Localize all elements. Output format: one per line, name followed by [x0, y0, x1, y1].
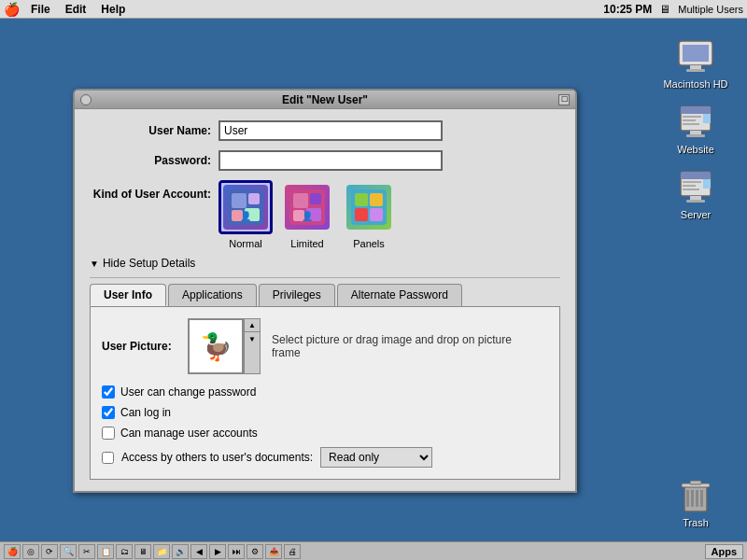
tb-icon-8[interactable]: 🖥 — [134, 544, 151, 559]
taskbar-icons: 🍎 ◎ ⟳ 🔍 ✂ 📋 🗂 🖥 📁 🔊 ◀ ▶ ⏭ ⚙ 📤 🖨 — [4, 544, 301, 559]
website-label: Website — [677, 144, 714, 155]
account-type-row: Kind of User Account: 👤 — [90, 180, 560, 249]
username-label: User Name: — [90, 124, 211, 137]
account-type-panels[interactable]: Panels — [342, 180, 396, 249]
manage-accounts-label: Can manage user accounts — [120, 427, 258, 440]
svg-rect-16 — [683, 185, 696, 187]
hide-setup-label: Hide Setup Details — [103, 257, 195, 270]
svg-rect-43 — [355, 208, 368, 221]
password-label: Password: — [90, 154, 211, 167]
picture-frame-group: 🦆 ▲ ▼ — [188, 318, 261, 374]
account-types-group: 👤 Normal — [218, 180, 396, 249]
checkbox-can-log-in: Can log in — [102, 406, 548, 419]
access-row: Access by others to user's documents: Re… — [102, 447, 548, 468]
tab-applications[interactable]: Applications — [168, 284, 257, 306]
tab-alternate-password[interactable]: Alternate Password — [337, 284, 462, 306]
taskbar: 🍎 ◎ ⟳ 🔍 ✂ 📋 🗂 🖥 📁 🔊 ◀ ▶ ⏭ ⚙ 📤 🖨 Apps — [0, 541, 747, 560]
svg-rect-41 — [355, 193, 368, 206]
picture-down-button[interactable]: ▼ — [245, 332, 260, 345]
svg-rect-24 — [696, 490, 698, 507]
menu-help[interactable]: Help — [101, 3, 125, 16]
macintosh-hd-label: Macintosh HD — [663, 78, 727, 90]
panels-label: Panels — [353, 238, 385, 249]
user-picture-label: User Picture: — [102, 340, 176, 353]
user-picture-frame[interactable]: 🦆 — [188, 318, 244, 374]
svg-rect-3 — [686, 69, 705, 72]
svg-rect-8 — [683, 123, 699, 125]
password-input[interactable] — [218, 150, 443, 171]
normal-label: Normal — [229, 238, 261, 249]
svg-rect-9 — [703, 114, 711, 123]
kind-label: Kind of User Account: — [90, 180, 211, 201]
menu-edit[interactable]: Edit — [65, 3, 87, 16]
svg-text:👤: 👤 — [302, 210, 314, 222]
tb-icon-16[interactable]: 🖨 — [284, 544, 301, 559]
desktop-icon-trash[interactable]: Trash — [663, 476, 728, 528]
hide-setup-toggle[interactable]: ▼ Hide Setup Details — [90, 257, 560, 270]
can-log-in-checkbox[interactable] — [102, 406, 115, 419]
duck-icon: 🦆 — [200, 331, 233, 362]
svg-rect-44 — [370, 208, 383, 221]
checkbox-change-password: User can change password — [102, 385, 548, 399]
tb-icon-3[interactable]: ⟳ — [41, 544, 58, 559]
username-input[interactable] — [218, 120, 443, 141]
triangle-icon: ▼ — [90, 259, 99, 269]
tb-icon-5[interactable]: ✂ — [78, 544, 95, 559]
change-password-label: User can change password — [120, 385, 256, 399]
svg-rect-17 — [683, 189, 699, 190]
apple-menu[interactable]: 🍎 — [4, 2, 20, 17]
svg-rect-6 — [683, 116, 701, 118]
tb-icon-13[interactable]: ⏭ — [228, 544, 245, 559]
tb-icon-15[interactable]: 📤 — [265, 544, 282, 559]
tb-icon-9[interactable]: 📁 — [153, 544, 170, 559]
svg-rect-12 — [686, 134, 705, 137]
account-type-normal[interactable]: 👤 Normal — [218, 180, 273, 249]
edit-user-window: Edit "New User" ☐ User Name: Password: K… — [73, 89, 577, 493]
change-password-checkbox[interactable] — [102, 385, 115, 399]
picture-up-button[interactable]: ▲ — [245, 319, 260, 332]
window-zoom-button[interactable]: ☐ — [558, 94, 570, 105]
tab-privileges[interactable]: Privileges — [259, 284, 335, 306]
tb-icon-14[interactable]: ⚙ — [247, 544, 263, 559]
tb-icon-7[interactable]: 🗂 — [116, 544, 133, 559]
app-name-label: Multiple Users — [678, 4, 743, 15]
limited-icon-frame: 👤 — [280, 180, 334, 234]
desktop-icon-macintosh-hd[interactable]: Macintosh HD — [663, 37, 728, 90]
tab-user-info[interactable]: User Info — [90, 284, 166, 306]
access-checkbox[interactable] — [102, 452, 114, 464]
tb-icon-10[interactable]: 🔊 — [172, 544, 189, 559]
tb-icon-12[interactable]: ▶ — [209, 544, 226, 559]
svg-rect-2 — [690, 65, 701, 69]
picture-arrows: ▲ ▼ — [244, 318, 261, 374]
tb-icon-2[interactable]: ◎ — [22, 544, 39, 559]
window-close-button[interactable] — [80, 94, 92, 105]
tb-icon-1[interactable]: 🍎 — [4, 544, 21, 559]
user-picture-row: User Picture: 🦆 ▲ ▼ Select picture or dr… — [102, 318, 548, 374]
desktop-icon-server[interactable]: Server — [663, 168, 728, 220]
window-title: Edit "New User" — [282, 93, 368, 106]
svg-rect-18 — [703, 179, 711, 189]
svg-rect-7 — [683, 119, 696, 121]
tb-icon-6[interactable]: 📋 — [97, 544, 114, 559]
clock: 10:25 PM — [603, 3, 652, 16]
tb-icon-4[interactable]: 🔍 — [60, 544, 77, 559]
svg-rect-25 — [700, 490, 703, 507]
svg-rect-15 — [683, 181, 701, 183]
access-dropdown[interactable]: Read only Read & Write No Access — [320, 447, 432, 468]
server-label: Server — [681, 209, 711, 220]
menu-file[interactable]: File — [31, 3, 50, 16]
picture-instruction: Select picture or drag image and drop on… — [272, 333, 514, 359]
window-titlebar: Edit "New User" ☐ — [75, 91, 575, 109]
username-row: User Name: — [90, 120, 560, 141]
tb-icon-11[interactable]: ◀ — [190, 544, 207, 559]
account-type-limited[interactable]: 👤 Limited — [280, 180, 334, 249]
svg-rect-35 — [293, 193, 308, 208]
taskbar-apps-button[interactable]: Apps — [705, 544, 744, 559]
desktop-icon-website[interactable]: Website — [663, 103, 728, 155]
manage-accounts-checkbox[interactable] — [102, 427, 115, 440]
divider — [90, 277, 560, 278]
svg-rect-11 — [690, 131, 701, 134]
normal-icon-frame: 👤 — [218, 180, 273, 234]
svg-rect-14 — [681, 172, 711, 179]
svg-rect-1 — [683, 45, 709, 62]
